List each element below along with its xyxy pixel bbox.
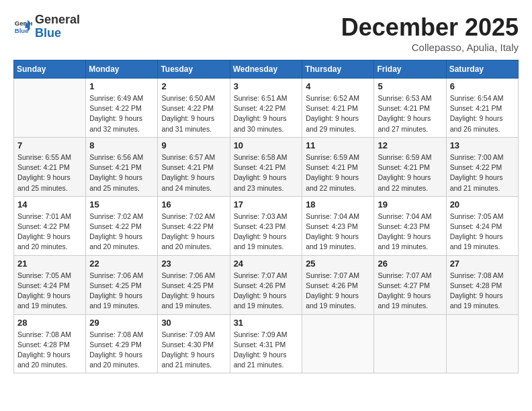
day-cell-23: 23Sunrise: 7:06 AMSunset: 4:25 PMDayligh… [158, 255, 230, 314]
day-number: 14 [17, 199, 82, 210]
day-info: Sunrise: 7:06 AMSunset: 4:25 PMDaylight:… [161, 271, 226, 312]
day-cell-31: 31Sunrise: 7:09 AMSunset: 4:31 PMDayligh… [230, 314, 302, 373]
day-info: Sunrise: 6:55 AMSunset: 4:21 PMDaylight:… [17, 152, 82, 193]
day-number: 29 [89, 318, 154, 328]
day-cell-2: 2Sunrise: 6:50 AMSunset: 4:22 PMDaylight… [158, 79, 230, 138]
day-number: 2 [161, 81, 226, 91]
day-cell-7: 7Sunrise: 6:55 AMSunset: 4:21 PMDaylight… [14, 137, 86, 196]
day-cell-27: 27Sunrise: 7:08 AMSunset: 4:28 PMDayligh… [446, 255, 518, 314]
day-cell-19: 19Sunrise: 7:04 AMSunset: 4:23 PMDayligh… [374, 196, 446, 255]
day-number: 9 [161, 140, 226, 150]
day-number: 17 [234, 199, 299, 210]
day-cell-21: 21Sunrise: 7:05 AMSunset: 4:24 PMDayligh… [14, 255, 86, 314]
day-info: Sunrise: 6:59 AMSunset: 4:21 PMDaylight:… [378, 152, 442, 193]
day-info: Sunrise: 7:08 AMSunset: 4:28 PMDaylight:… [450, 271, 515, 312]
day-cell-3: 3Sunrise: 6:51 AMSunset: 4:22 PMDaylight… [230, 79, 302, 138]
empty-cell [302, 314, 374, 373]
calendar-header-row: SundayMondayTuesdayWednesdayThursdayFrid… [14, 60, 519, 79]
header-thursday: Thursday [302, 60, 374, 79]
day-info: Sunrise: 6:57 AMSunset: 4:21 PMDaylight:… [161, 152, 226, 193]
day-info: Sunrise: 6:51 AMSunset: 4:22 PMDaylight:… [234, 93, 299, 134]
day-number: 15 [89, 199, 154, 210]
day-info: Sunrise: 7:04 AMSunset: 4:23 PMDaylight:… [306, 212, 370, 253]
day-cell-30: 30Sunrise: 7:09 AMSunset: 4:30 PMDayligh… [158, 314, 230, 373]
day-info: Sunrise: 7:02 AMSunset: 4:22 PMDaylight:… [161, 212, 226, 253]
logo-text: GeneralBlue [35, 13, 80, 40]
day-info: Sunrise: 7:05 AMSunset: 4:24 PMDaylight:… [450, 212, 515, 253]
month-title: December 2025 [341, 13, 519, 42]
header-friday: Friday [374, 60, 446, 79]
header-sunday: Sunday [14, 60, 86, 79]
day-number: 6 [450, 81, 515, 91]
day-info: Sunrise: 7:07 AMSunset: 4:27 PMDaylight:… [378, 271, 442, 312]
day-info: Sunrise: 7:09 AMSunset: 4:31 PMDaylight:… [234, 330, 299, 371]
day-number: 8 [89, 140, 154, 150]
week-row-4: 21Sunrise: 7:05 AMSunset: 4:24 PMDayligh… [14, 255, 519, 314]
location: Collepasso, Apulia, Italy [341, 42, 519, 53]
day-cell-17: 17Sunrise: 7:03 AMSunset: 4:23 PMDayligh… [230, 196, 302, 255]
day-number: 1 [89, 81, 154, 91]
day-cell-20: 20Sunrise: 7:05 AMSunset: 4:24 PMDayligh… [446, 196, 518, 255]
day-number: 4 [306, 81, 370, 91]
day-info: Sunrise: 6:56 AMSunset: 4:21 PMDaylight:… [89, 152, 154, 193]
day-number: 18 [306, 199, 370, 210]
day-cell-11: 11Sunrise: 6:59 AMSunset: 4:21 PMDayligh… [302, 137, 374, 196]
day-cell-6: 6Sunrise: 6:54 AMSunset: 4:21 PMDaylight… [446, 79, 518, 138]
week-row-5: 28Sunrise: 7:08 AMSunset: 4:28 PMDayligh… [14, 314, 519, 373]
day-info: Sunrise: 7:04 AMSunset: 4:23 PMDaylight:… [378, 212, 442, 253]
day-info: Sunrise: 6:52 AMSunset: 4:21 PMDaylight:… [306, 93, 370, 134]
day-cell-14: 14Sunrise: 7:01 AMSunset: 4:22 PMDayligh… [14, 196, 86, 255]
day-info: Sunrise: 6:59 AMSunset: 4:21 PMDaylight:… [306, 152, 370, 193]
day-info: Sunrise: 6:49 AMSunset: 4:22 PMDaylight:… [89, 93, 154, 134]
header-tuesday: Tuesday [158, 60, 230, 79]
day-info: Sunrise: 7:07 AMSunset: 4:26 PMDaylight:… [306, 271, 370, 312]
day-cell-24: 24Sunrise: 7:07 AMSunset: 4:26 PMDayligh… [230, 255, 302, 314]
title-block: December 2025 Collepasso, Apulia, Italy [341, 13, 519, 53]
day-number: 30 [161, 318, 226, 328]
day-info: Sunrise: 7:01 AMSunset: 4:22 PMDaylight:… [17, 212, 82, 253]
day-cell-29: 29Sunrise: 7:08 AMSunset: 4:29 PMDayligh… [86, 314, 158, 373]
day-number: 25 [306, 259, 370, 269]
day-cell-5: 5Sunrise: 6:53 AMSunset: 4:21 PMDaylight… [374, 79, 446, 138]
day-number: 13 [450, 140, 515, 150]
day-cell-4: 4Sunrise: 6:52 AMSunset: 4:21 PMDaylight… [302, 79, 374, 138]
logo: General Blue GeneralBlue [13, 13, 80, 40]
logo-icon: General Blue [13, 17, 32, 36]
page-header: General Blue GeneralBlue December 2025 C… [13, 13, 519, 53]
day-info: Sunrise: 7:00 AMSunset: 4:22 PMDaylight:… [450, 152, 515, 193]
day-number: 21 [17, 259, 82, 269]
day-number: 31 [234, 318, 299, 328]
day-info: Sunrise: 6:58 AMSunset: 4:21 PMDaylight:… [234, 152, 299, 193]
day-info: Sunrise: 7:09 AMSunset: 4:30 PMDaylight:… [161, 330, 226, 371]
day-cell-13: 13Sunrise: 7:00 AMSunset: 4:22 PMDayligh… [446, 137, 518, 196]
day-cell-28: 28Sunrise: 7:08 AMSunset: 4:28 PMDayligh… [14, 314, 86, 373]
header-saturday: Saturday [446, 60, 518, 79]
day-number: 20 [450, 199, 515, 210]
empty-cell [374, 314, 446, 373]
day-number: 26 [378, 259, 442, 269]
day-cell-25: 25Sunrise: 7:07 AMSunset: 4:26 PMDayligh… [302, 255, 374, 314]
day-number: 23 [161, 259, 226, 269]
day-cell-8: 8Sunrise: 6:56 AMSunset: 4:21 PMDaylight… [86, 137, 158, 196]
day-cell-9: 9Sunrise: 6:57 AMSunset: 4:21 PMDaylight… [158, 137, 230, 196]
day-cell-15: 15Sunrise: 7:02 AMSunset: 4:22 PMDayligh… [86, 196, 158, 255]
week-row-1: 1Sunrise: 6:49 AMSunset: 4:22 PMDaylight… [14, 79, 519, 138]
day-info: Sunrise: 7:06 AMSunset: 4:25 PMDaylight:… [89, 271, 154, 312]
day-info: Sunrise: 7:08 AMSunset: 4:29 PMDaylight:… [89, 330, 154, 371]
day-number: 28 [17, 318, 82, 328]
day-cell-18: 18Sunrise: 7:04 AMSunset: 4:23 PMDayligh… [302, 196, 374, 255]
day-info: Sunrise: 7:07 AMSunset: 4:26 PMDaylight:… [234, 271, 299, 312]
day-number: 11 [306, 140, 370, 150]
empty-cell [14, 79, 86, 138]
day-cell-10: 10Sunrise: 6:58 AMSunset: 4:21 PMDayligh… [230, 137, 302, 196]
day-cell-26: 26Sunrise: 7:07 AMSunset: 4:27 PMDayligh… [374, 255, 446, 314]
day-info: Sunrise: 6:53 AMSunset: 4:21 PMDaylight:… [378, 93, 442, 134]
day-cell-22: 22Sunrise: 7:06 AMSunset: 4:25 PMDayligh… [86, 255, 158, 314]
day-info: Sunrise: 7:03 AMSunset: 4:23 PMDaylight:… [234, 212, 299, 253]
day-number: 7 [17, 140, 82, 150]
day-number: 16 [161, 199, 226, 210]
week-row-3: 14Sunrise: 7:01 AMSunset: 4:22 PMDayligh… [14, 196, 519, 255]
day-number: 27 [450, 259, 515, 269]
header-wednesday: Wednesday [230, 60, 302, 79]
day-number: 12 [378, 140, 442, 150]
